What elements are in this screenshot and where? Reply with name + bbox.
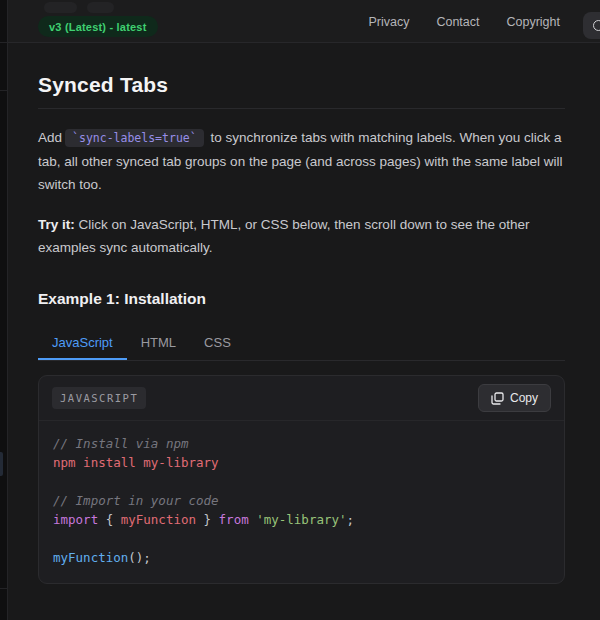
code-line: myFunction(); [53, 548, 550, 567]
language-badge: JAVASCRIPT [52, 387, 146, 409]
try-it-paragraph: Try it: Click on JavaScript, HTML, or CS… [38, 213, 565, 259]
tab-group: JavaScript HTML CSS [38, 335, 565, 361]
edge-accent [0, 452, 3, 476]
main-panel: v3 (Latest) - latest Privacy Contact Cop… [8, 0, 600, 620]
screen: v3 (Latest) - latest Privacy Contact Cop… [0, 0, 600, 620]
code-block-header: JAVASCRIPT Copy [39, 376, 564, 421]
edge-divider [0, 588, 8, 589]
top-header: v3 (Latest) - latest Privacy Contact Cop… [8, 0, 600, 43]
copy-button-label: Copy [510, 391, 538, 405]
search-icon [593, 20, 600, 31]
left-edge-panel [0, 0, 8, 620]
edge-divider [0, 90, 8, 91]
code-line: import { myFunction } from 'my-library'; [53, 510, 550, 529]
try-it-label: Try it: [38, 217, 75, 232]
code-block: JAVASCRIPT Copy // Install via npmnpm in… [38, 375, 565, 584]
copy-button[interactable]: Copy [478, 384, 551, 412]
intro-paragraph: Add`sync-labels=true` to synchronize tab… [38, 126, 565, 196]
page-title: Synced Tabs [38, 72, 565, 97]
tab-css[interactable]: CSS [190, 335, 245, 360]
try-it-text: Click on JavaScript, HTML, or CSS below,… [38, 217, 529, 255]
nav-contact[interactable]: Contact [436, 15, 479, 29]
nav-copyright[interactable]: Copyright [507, 15, 561, 29]
title-divider [38, 108, 565, 109]
code-line: npm install my-library [53, 453, 550, 472]
code-line [53, 472, 550, 491]
code-line: // Import in your code [53, 491, 550, 510]
edge-divider [0, 42, 8, 43]
page-content: Synced Tabs Add`sync-labels=true` to syn… [8, 43, 600, 620]
code-content[interactable]: // Install via npmnpm install my-library… [39, 421, 564, 583]
copy-icon [491, 392, 504, 405]
nav-privacy[interactable]: Privacy [368, 15, 409, 29]
header-nav: Privacy Contact Copyright [368, 0, 560, 43]
example1-heading: Example 1: Installation [38, 289, 565, 308]
ghost-pill [87, 2, 114, 13]
tab-javascript[interactable]: JavaScript [38, 335, 127, 360]
code-line [53, 529, 550, 548]
ghost-pill [44, 2, 77, 13]
intro-text-prefix: Add [38, 130, 62, 145]
code-line: // Install via npm [53, 434, 550, 453]
inline-code-chip: `sync-labels=true` [65, 129, 204, 147]
version-badge[interactable]: v3 (Latest) - latest [38, 16, 158, 37]
search-button[interactable] [583, 12, 600, 39]
tab-html[interactable]: HTML [127, 335, 190, 360]
